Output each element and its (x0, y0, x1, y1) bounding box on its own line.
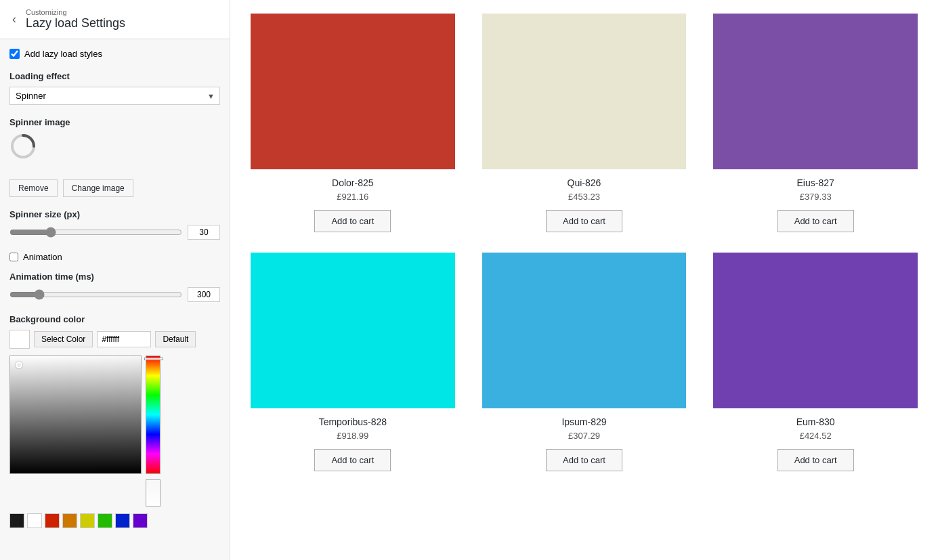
product-price: £379.33 (800, 192, 832, 202)
add-lazy-load-label: Add lazy load styles (24, 49, 102, 59)
product-name: Qui-826 (568, 177, 601, 188)
animation-time-label: Animation time (ms) (9, 272, 220, 282)
sidebar-header-text: Customizing Lazy load Settings (26, 8, 125, 30)
sidebar-content: Add lazy load styles Loading effect Spin… (0, 39, 230, 560)
opacity-slider[interactable] (146, 479, 161, 507)
product-price: £307.29 (568, 431, 600, 441)
product-image (482, 14, 687, 169)
loading-effect-select[interactable]: Spinner Fade None (9, 87, 220, 105)
back-button[interactable]: ‹ (8, 11, 20, 28)
animation-time-input[interactable] (188, 287, 220, 302)
spinner-preview (9, 133, 220, 169)
add-to-cart-button[interactable]: Add to cart (314, 449, 391, 471)
product-card: Qui-826 £453.23 Add to cart (482, 14, 687, 232)
color-preset-yellow[interactable] (80, 513, 95, 528)
loading-effect-select-wrapper: Spinner Fade None ▼ (9, 87, 220, 105)
color-preset-blue[interactable] (115, 513, 130, 528)
add-to-cart-button[interactable]: Add to cart (777, 210, 854, 232)
hue-slider[interactable] (146, 356, 161, 474)
product-card: Temporibus-828 £918.99 Add to cart (251, 253, 455, 471)
product-image (251, 14, 455, 169)
color-canvas-handle[interactable] (16, 362, 22, 368)
product-name: Ipsum-829 (561, 416, 606, 427)
color-picker-row: Select Color Default (9, 330, 220, 349)
change-image-button[interactable]: Change image (63, 179, 133, 197)
color-preset-orange[interactable] (62, 513, 77, 528)
product-price: £921.16 (337, 192, 368, 202)
sidebar-title: Lazy load Settings (26, 16, 125, 30)
spinner-image-section: Spinner image (9, 117, 220, 169)
product-image (251, 253, 455, 408)
spinner-size-slider[interactable] (9, 227, 182, 238)
product-name: Dolor-825 (332, 177, 373, 188)
animation-time-section: Animation time (ms) (9, 272, 220, 302)
product-card: Ipsum-829 £307.29 Add to cart (482, 253, 687, 471)
add-to-cart-button[interactable]: Add to cart (777, 449, 854, 471)
color-preset-white[interactable] (27, 513, 42, 528)
color-preset-black[interactable] (9, 513, 24, 528)
animation-row: Animation (9, 252, 220, 262)
select-color-button[interactable]: Select Color (34, 331, 93, 347)
product-card: Eum-830 £424.52 Add to cart (713, 253, 918, 471)
product-price: £453.23 (568, 192, 600, 202)
add-lazy-load-row: Add lazy load styles (9, 49, 220, 59)
animation-time-slider[interactable] (9, 289, 182, 300)
color-canvas[interactable] (9, 356, 142, 474)
remove-button[interactable]: Remove (9, 179, 58, 197)
product-image (713, 253, 918, 408)
hue-slider-wrap (146, 356, 161, 507)
product-price: £424.52 (800, 431, 832, 441)
spinner-image-label: Spinner image (9, 117, 220, 127)
product-image (713, 14, 918, 169)
default-button[interactable]: Default (155, 331, 196, 347)
color-preset-red[interactable] (45, 513, 60, 528)
sidebar: ‹ Customizing Lazy load Settings Add laz… (0, 0, 230, 560)
bg-color-section: Background color Select Color Default (9, 314, 220, 528)
main-content: Dolor-825 £921.16 Add to cart Qui-826 £4… (230, 0, 938, 560)
color-preset-green[interactable] (98, 513, 112, 528)
color-preset-purple[interactable] (133, 513, 148, 528)
customizing-label: Customizing (26, 8, 125, 16)
product-price: £918.99 (337, 431, 368, 441)
spinner-icon (9, 133, 37, 160)
animation-checkbox[interactable] (9, 253, 18, 261)
product-card: Eius-827 £379.33 Add to cart (713, 14, 918, 232)
spinner-size-label: Spinner size (px) (9, 209, 220, 219)
color-canvas-inner (10, 356, 141, 473)
hue-pointer (144, 358, 163, 360)
animation-time-row (9, 287, 220, 302)
loading-effect-label: Loading effect (9, 71, 220, 81)
add-to-cart-button[interactable]: Add to cart (546, 449, 622, 471)
sidebar-header: ‹ Customizing Lazy load Settings (0, 0, 230, 39)
spinner-size-row (9, 225, 220, 240)
spinner-size-section: Spinner size (px) (9, 209, 220, 240)
product-name: Temporibus-828 (319, 416, 387, 427)
color-presets (9, 513, 220, 528)
product-name: Eum-830 (796, 416, 835, 427)
product-card: Dolor-825 £921.16 Add to cart (251, 14, 455, 232)
product-name: Eius-827 (797, 177, 834, 188)
add-lazy-load-checkbox[interactable] (9, 49, 20, 59)
spinner-size-input[interactable] (188, 225, 220, 240)
image-buttons-row: Remove Change image (9, 179, 220, 197)
color-picker-canvas-wrap (9, 356, 220, 507)
product-image (482, 253, 687, 408)
add-to-cart-button[interactable]: Add to cart (314, 210, 391, 232)
color-hex-input[interactable] (97, 331, 151, 347)
products-grid: Dolor-825 £921.16 Add to cart Qui-826 £4… (251, 14, 918, 471)
bg-color-label: Background color (9, 314, 220, 324)
color-swatch[interactable] (9, 330, 30, 349)
add-to-cart-button[interactable]: Add to cart (546, 210, 622, 232)
animation-label: Animation (23, 252, 62, 262)
